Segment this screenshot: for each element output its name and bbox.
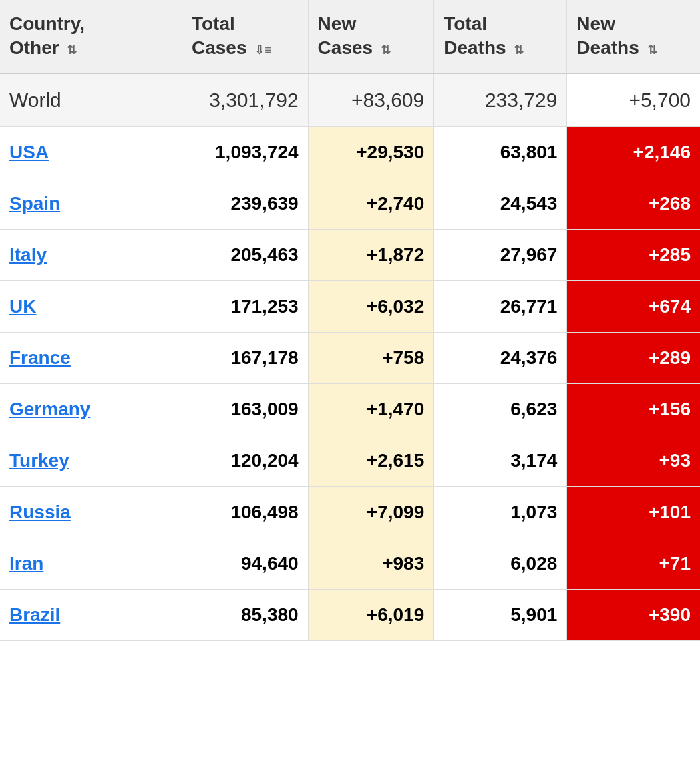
cell-total-cases: 106,498 [182,486,308,538]
cell-total-cases: 163,009 [182,383,308,435]
cell-total-deaths: 233,729 [434,73,567,127]
cell-country[interactable]: Italy [0,229,182,280]
cell-new-cases: +7,099 [308,486,434,538]
cell-country[interactable]: UK [0,280,182,332]
cell-new-deaths: +2,146 [567,126,700,178]
table-row: Turkey120,204+2,6153,174+93 [0,435,700,486]
sort-icon-total-cases[interactable]: ⇩≡ [254,43,272,58]
cell-total-deaths: 6,028 [434,538,567,589]
covid-stats-table: Country,Other ⇅ TotalCases ⇩≡ NewCases ⇅… [0,0,700,641]
cell-total-deaths: 24,543 [434,178,567,229]
country-link[interactable]: Brazil [9,604,60,625]
table-row: USA1,093,724+29,53063,801+2,146 [0,126,700,178]
cell-new-deaths: +674 [567,280,700,332]
sort-icon-country[interactable]: ⇅ [67,43,77,58]
cell-country[interactable]: Iran [0,538,182,589]
table-row: Russia106,498+7,0991,073+101 [0,486,700,538]
header-total-deaths[interactable]: TotalDeaths ⇅ [434,0,567,73]
table-row: Italy205,463+1,87227,967+285 [0,229,700,280]
cell-new-cases: +29,530 [308,126,434,178]
country-link[interactable]: France [9,347,71,368]
cell-country: World [0,73,182,127]
country-link[interactable]: Turkey [9,450,69,471]
cell-new-cases: +983 [308,538,434,589]
sort-icon-new-cases[interactable]: ⇅ [381,43,391,58]
cell-total-deaths: 26,771 [434,280,567,332]
cell-country[interactable]: Spain [0,178,182,229]
cell-total-deaths: 27,967 [434,229,567,280]
cell-new-deaths: +285 [567,229,700,280]
cell-new-deaths: +93 [567,435,700,486]
cell-new-deaths: +101 [567,486,700,538]
cell-country[interactable]: Brazil [0,589,182,640]
cell-total-deaths: 3,174 [434,435,567,486]
header-new-deaths[interactable]: NewDeaths ⇅ [567,0,700,73]
cell-total-cases: 205,463 [182,229,308,280]
country-link[interactable]: Spain [9,193,60,214]
cell-total-cases: 120,204 [182,435,308,486]
cell-new-cases: +2,615 [308,435,434,486]
country-link[interactable]: Iran [9,553,43,574]
cell-new-cases: +83,609 [308,73,434,127]
table-row: UK171,253+6,03226,771+674 [0,280,700,332]
header-country[interactable]: Country,Other ⇅ [0,0,182,73]
cell-new-cases: +6,019 [308,589,434,640]
cell-total-deaths: 24,376 [434,332,567,383]
cell-total-deaths: 1,073 [434,486,567,538]
country-link[interactable]: USA [9,142,49,162]
cell-total-cases: 3,301,792 [182,73,308,127]
sort-icon-total-deaths[interactable]: ⇅ [514,43,524,58]
cell-new-cases: +758 [308,332,434,383]
table-row: Germany163,009+1,4706,623+156 [0,383,700,435]
header-new-deaths-label: NewDeaths [576,13,639,58]
country-link[interactable]: Germany [9,399,90,419]
cell-total-deaths: 5,901 [434,589,567,640]
cell-new-deaths: +289 [567,332,700,383]
cell-total-cases: 85,380 [182,589,308,640]
cell-new-deaths: +71 [567,538,700,589]
cell-new-cases: +2,740 [308,178,434,229]
country-link[interactable]: UK [9,296,36,317]
header-new-cases-label: NewCases [318,13,373,58]
cell-total-cases: 167,178 [182,332,308,383]
cell-total-deaths: 63,801 [434,126,567,178]
country-link[interactable]: Russia [9,502,71,522]
cell-total-cases: 239,639 [182,178,308,229]
cell-new-deaths: +268 [567,178,700,229]
cell-new-deaths: +156 [567,383,700,435]
country-link[interactable]: Italy [9,244,47,265]
cell-country[interactable]: Germany [0,383,182,435]
cell-total-deaths: 6,623 [434,383,567,435]
cell-country[interactable]: Turkey [0,435,182,486]
cell-total-cases: 1,093,724 [182,126,308,178]
cell-total-cases: 94,640 [182,538,308,589]
table-row: Iran94,640+9836,028+71 [0,538,700,589]
cell-new-deaths: +5,700 [567,73,700,127]
cell-country[interactable]: France [0,332,182,383]
table-row: World3,301,792+83,609233,729+5,700 [0,73,700,127]
cell-new-cases: +6,032 [308,280,434,332]
table-row: Brazil85,380+6,0195,901+390 [0,589,700,640]
table-row: France167,178+75824,376+289 [0,332,700,383]
cell-country[interactable]: Russia [0,486,182,538]
cell-total-cases: 171,253 [182,280,308,332]
cell-new-cases: +1,470 [308,383,434,435]
header-total-deaths-label: TotalDeaths [444,13,506,58]
sort-icon-new-deaths[interactable]: ⇅ [647,43,657,58]
cell-new-deaths: +390 [567,589,700,640]
table-row: Spain239,639+2,74024,543+268 [0,178,700,229]
cell-country[interactable]: USA [0,126,182,178]
header-total-cases-label: TotalCases [192,13,247,58]
header-total-cases[interactable]: TotalCases ⇩≡ [182,0,308,73]
cell-new-cases: +1,872 [308,229,434,280]
table-header-row: Country,Other ⇅ TotalCases ⇩≡ NewCases ⇅… [0,0,700,73]
header-new-cases[interactable]: NewCases ⇅ [308,0,434,73]
